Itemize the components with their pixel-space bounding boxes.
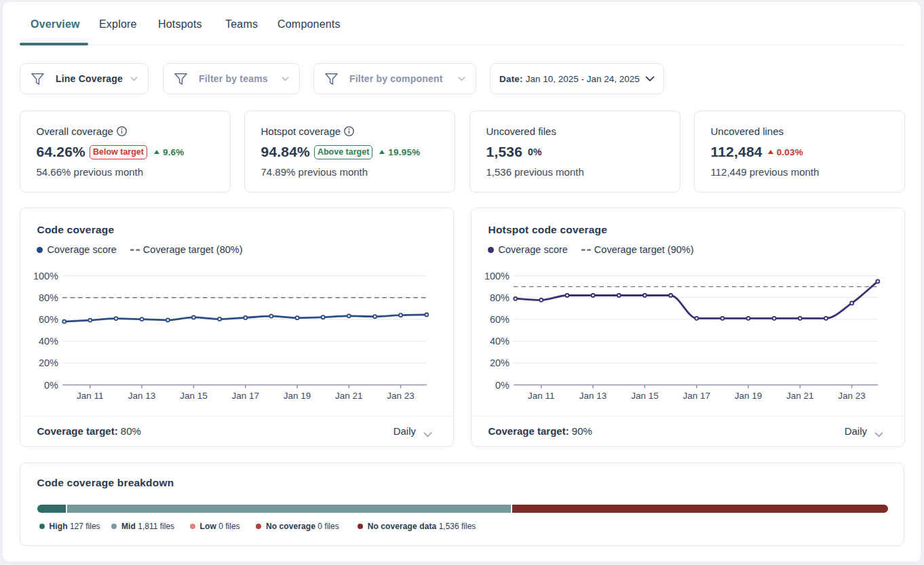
svg-text:Jan 15: Jan 15 (631, 391, 659, 401)
svg-text:Jan 23: Jan 23 (838, 391, 866, 401)
svg-text:Jan 19: Jan 19 (284, 391, 311, 401)
svg-text:Jan 15: Jan 15 (180, 391, 208, 401)
svg-text:40%: 40% (39, 336, 58, 347)
svg-text:100%: 100% (33, 271, 58, 281)
svg-text:20%: 20% (39, 357, 58, 368)
svg-text:Jan 17: Jan 17 (232, 391, 260, 401)
svg-text:Jan 19: Jan 19 (735, 391, 763, 401)
svg-text:Jan 17: Jan 17 (683, 391, 711, 401)
svg-text:40%: 40% (490, 336, 509, 347)
svg-text:80%: 80% (39, 292, 58, 303)
svg-text:80%: 80% (490, 292, 509, 303)
svg-text:0%: 0% (44, 380, 58, 391)
svg-text:Jan 11: Jan 11 (528, 391, 555, 401)
svg-text:Jan 21: Jan 21 (786, 391, 814, 401)
svg-text:0%: 0% (495, 380, 509, 391)
svg-text:Jan 21: Jan 21 (335, 391, 363, 401)
svg-text:20%: 20% (490, 357, 509, 368)
svg-text:Jan 23: Jan 23 (387, 391, 415, 401)
svg-text:100%: 100% (484, 271, 509, 281)
svg-text:Jan 13: Jan 13 (579, 391, 607, 401)
svg-text:Jan 13: Jan 13 (128, 391, 156, 401)
svg-text:60%: 60% (490, 314, 509, 325)
svg-text:Jan 11: Jan 11 (77, 391, 104, 401)
svg-text:60%: 60% (39, 314, 58, 325)
